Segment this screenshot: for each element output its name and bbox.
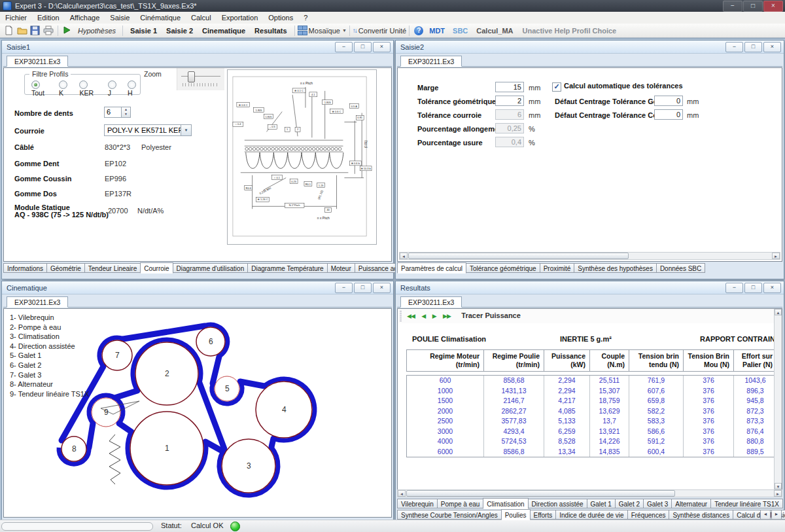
restore-button[interactable]: □ xyxy=(354,42,372,52)
scroll-up-arrow[interactable]: ▲ xyxy=(775,309,782,315)
pulley-tab-climatisation[interactable]: Climatisation xyxy=(483,498,528,509)
horizontal-scrollbar[interactable]: ◄ ► xyxy=(397,489,782,497)
horizontal-scrollbar[interactable]: ◄ ► xyxy=(399,252,780,260)
defaut-centrage-tolerance-geo-input[interactable]: 0 xyxy=(654,96,683,106)
menu-saisie[interactable]: Saisie xyxy=(105,13,135,22)
doc-tab[interactable]: EXP30211.Ex3 xyxy=(7,296,68,308)
tolerance-geometrique-input[interactable]: 2 xyxy=(495,96,524,106)
chevron-down-icon[interactable]: ▼ xyxy=(181,125,191,135)
maximize-button[interactable]: □ xyxy=(743,1,763,12)
print-icon[interactable] xyxy=(43,26,54,36)
doc-tab[interactable]: EXP30211.Ex3 xyxy=(7,56,68,67)
mosaique-button[interactable]: Mosaïque xyxy=(309,27,340,35)
pulley-tab-tendeur-lineaire-ts1x[interactable]: Tendeur linéaire TS1X xyxy=(710,499,783,508)
cinematique-titlebar[interactable]: Cinematique −□× xyxy=(2,281,393,294)
close-button[interactable]: × xyxy=(763,42,781,52)
hypotheses-button[interactable]: Hypothèses xyxy=(74,27,120,35)
tabs-scroll-left-arrow[interactable]: ◄ xyxy=(760,510,771,520)
column-header[interactable]: Couple(N.m) xyxy=(590,350,629,371)
table-row[interactable]: 60008586,813,3414,835600,4376889,5 xyxy=(407,447,782,457)
vertical-scrollbar[interactable]: ▲ ▼ xyxy=(774,309,782,489)
tab-synthese-des-hypotheses[interactable]: Synthèse des hypothèses xyxy=(574,263,657,273)
slider-thumb[interactable] xyxy=(188,71,195,82)
mdt-button[interactable]: MDT xyxy=(425,27,449,35)
tabs-scroll-right-arrow[interactable]: ► xyxy=(771,510,782,520)
last-record-button[interactable]: ▶▶ xyxy=(443,313,451,319)
save-icon[interactable] xyxy=(30,26,41,36)
menu-affichage[interactable]: Affichage xyxy=(65,13,105,22)
close-button[interactable]: × xyxy=(373,42,391,52)
table-row[interactable]: 20002862,274,08513,629582,2376872,3 xyxy=(407,406,782,417)
menu-exportation[interactable]: Exportation xyxy=(217,13,264,22)
table-row[interactable]: 25003577,835,13313,7583,3376873,3 xyxy=(407,416,782,427)
scroll-thumb[interactable] xyxy=(406,490,675,497)
column-header[interactable]: Tension BrinMou (N) xyxy=(684,350,734,371)
menu-options[interactable]: Options xyxy=(263,13,298,22)
scroll-down-arrow[interactable]: ▼ xyxy=(775,483,782,489)
open-folder-icon[interactable] xyxy=(17,26,27,36)
new-file-icon[interactable] xyxy=(4,26,14,36)
minimize-button[interactable]: − xyxy=(335,283,353,293)
close-button[interactable]: × xyxy=(763,283,781,293)
radio-h[interactable]: H xyxy=(128,80,140,97)
pulley-tab-galet-1[interactable]: Galet 1 xyxy=(587,499,616,508)
resultats-titlebar[interactable]: Resultats −□× xyxy=(396,281,784,294)
tab-geometrie[interactable]: Géométrie xyxy=(46,263,85,273)
minimize-button[interactable]: − xyxy=(725,283,743,293)
chevron-down-icon[interactable]: ▼ xyxy=(342,28,347,33)
menu-item[interactable]: ? xyxy=(298,13,313,22)
minimize-button[interactable]: − xyxy=(725,42,743,52)
saisie2-titlebar[interactable]: Saisie2 −□× xyxy=(396,41,784,54)
tab-tolerance-geometrique[interactable]: Tolérance géométrique xyxy=(466,263,540,273)
tab-donnees-sbc[interactable]: Données SBC xyxy=(656,263,705,273)
table-row[interactable]: 30004293,46,25913,921586,6376876,4 xyxy=(407,427,782,437)
toolbar-cinematique-button[interactable]: Cinematique xyxy=(198,26,250,35)
pulley-tab-vilebrequin[interactable]: Vilebrequin xyxy=(397,499,438,508)
defaut-centrage-tolerance-cou-input[interactable]: 0 xyxy=(654,109,683,120)
menu-edition[interactable]: Edition xyxy=(32,13,65,22)
scroll-left-arrow[interactable]: ◄ xyxy=(398,490,406,497)
dents-spinner-buttons[interactable]: ▲▼ xyxy=(122,107,131,118)
minimize-button[interactable]: − xyxy=(723,1,742,12)
tab-moteur[interactable]: Moteur xyxy=(327,263,355,273)
pulley-tab-alternateur[interactable]: Alternateur xyxy=(671,499,711,508)
result-tab-synthese-distances[interactable]: Synthèse distances xyxy=(669,510,733,520)
tab-tendeur-lineaire[interactable]: Tendeur Lineaire xyxy=(84,263,141,273)
play-icon[interactable] xyxy=(62,26,73,36)
table-row[interactable]: 40005724,538,52814,226591,2376880,8 xyxy=(407,436,782,447)
marge-input[interactable]: 15 xyxy=(495,82,524,92)
column-header[interactable]: Regime Moteur(tr/min) xyxy=(407,350,484,371)
tracer-puissance-button[interactable]: Tracer Puissance xyxy=(461,311,521,319)
scroll-right-arrow[interactable]: ► xyxy=(772,253,780,259)
tab-proximite[interactable]: Proximité xyxy=(540,263,575,273)
previous-record-button[interactable]: ◀ xyxy=(421,313,425,319)
radio-j[interactable]: J xyxy=(108,80,119,97)
menu-calcul[interactable]: Calcul xyxy=(186,13,217,22)
result-tab-poulies[interactable]: Poulies xyxy=(501,509,531,520)
tab-informations[interactable]: Informations xyxy=(3,263,47,273)
result-tab-frequences[interactable]: Fréquences xyxy=(627,510,670,520)
dents-input[interactable]: 6 xyxy=(104,107,122,118)
result-tab-synthese-courbe-tension-angles[interactable]: Synthese Courbe Tension/Angles xyxy=(397,510,502,520)
pulley-tab-pompe-a-eau[interactable]: Pompe à eau xyxy=(437,499,484,508)
close-button[interactable]: × xyxy=(373,283,391,293)
column-header[interactable]: Effort surPalier (N) xyxy=(734,350,777,371)
auto-tolerance-checkbox[interactable]: ✓ xyxy=(552,82,561,92)
minimize-button[interactable]: − xyxy=(335,42,353,52)
radio-tout[interactable]: Tout xyxy=(31,80,50,97)
tab-diagramme-temperature[interactable]: Diagramme Température xyxy=(247,263,327,273)
doc-tab[interactable]: EXP30211.Ex3 xyxy=(400,56,462,67)
menu-fichier[interactable]: Fichier xyxy=(0,13,32,22)
tab-parametres-de-calcul[interactable]: Paramètres de calcul xyxy=(397,262,466,274)
doc-tab[interactable]: EXP30211.Ex3 xyxy=(400,296,462,308)
next-record-button[interactable]: ▶ xyxy=(432,313,436,319)
unactive-help-profil-choice-button[interactable]: Unactive Help Profil Choice xyxy=(518,27,621,35)
radio-k[interactable]: K xyxy=(59,80,71,97)
menu-cinematique[interactable]: Cinématique xyxy=(135,13,186,22)
scroll-left-arrow[interactable]: ◄ xyxy=(400,253,408,259)
scroll-right-arrow[interactable]: ► xyxy=(774,490,782,497)
table-row[interactable]: 600858,682,29425,511761,93761043,6 xyxy=(407,376,782,386)
toolbar-saisie-2-button[interactable]: Saisie 2 xyxy=(162,26,198,35)
pulley-tab-galet-2[interactable]: Galet 2 xyxy=(615,499,644,508)
scroll-thumb[interactable] xyxy=(408,253,629,259)
